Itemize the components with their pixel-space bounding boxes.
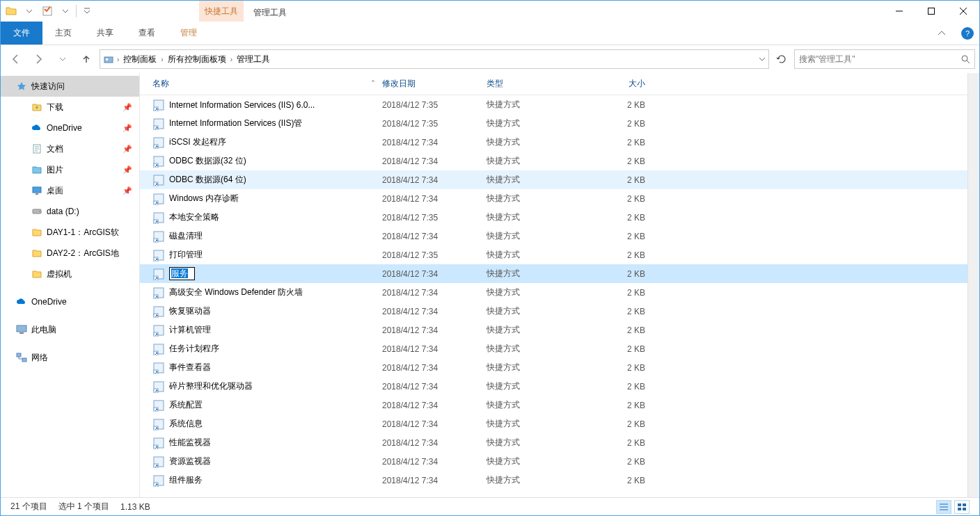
file-list: Internet Information Services (IIS) 6.0.… (140, 95, 967, 497)
svg-rect-11 (19, 332, 24, 334)
down-arrow-icon[interactable] (58, 3, 73, 19)
sidebar-item[interactable]: 文档📌 (1, 138, 139, 159)
file-size: 2 KB (591, 119, 648, 129)
sidebar-item[interactable]: DAY2-2：ArcGIS地 (1, 243, 139, 264)
rename-input[interactable]: 服务 (169, 267, 195, 280)
maximize-button[interactable] (915, 1, 947, 22)
file-name: 资源监视器 (169, 455, 211, 467)
file-row[interactable]: 磁盘清理2018/4/12 7:34快捷方式2 KB (140, 227, 967, 245)
vertical-scrollbar[interactable] (967, 73, 979, 497)
pc-icon (16, 324, 27, 335)
sidebar-item[interactable]: data (D:) (1, 201, 139, 222)
sidebar-item[interactable]: 桌面📌 (1, 180, 139, 201)
file-row[interactable]: ODBC 数据源(64 位)2018/4/12 7:34快捷方式2 KB (140, 170, 967, 189)
sidebar-item[interactable]: 图片📌 (1, 159, 139, 180)
tab-share[interactable]: 共享 (84, 22, 126, 45)
pin-icon: 📌 (122, 124, 132, 133)
folder-icon (31, 143, 42, 154)
chevron-right-icon[interactable]: › (230, 56, 232, 63)
file-row[interactable]: 高级安全 Windows Defender 防火墙2018/4/12 7:34快… (140, 283, 967, 302)
sidebar-quick-access[interactable]: 快速访问 (1, 76, 139, 97)
sidebar-network[interactable]: 网络 (1, 347, 139, 368)
address-bar[interactable]: › 控制面板 › 所有控制面板项 › 管理工具 (100, 49, 769, 69)
file-row[interactable]: 资源监视器2018/4/12 7:34快捷方式2 KB (140, 452, 967, 471)
sidebar-this-pc[interactable]: 此电脑 (1, 319, 139, 340)
column-date[interactable]: 修改日期 (382, 78, 487, 90)
tab-manage[interactable]: 管理 (168, 22, 210, 45)
sidebar-item[interactable]: DAY1-1：ArcGIS软 (1, 222, 139, 243)
qat-dropdown-icon[interactable] (79, 3, 95, 19)
breadcrumb-item[interactable]: 管理工具 (235, 54, 271, 65)
sidebar-onedrive[interactable]: OneDrive (1, 291, 139, 312)
quick-access-toolbar (1, 3, 95, 19)
file-row[interactable]: 碎片整理和优化驱动器2018/4/12 7:34快捷方式2 KB (140, 377, 967, 396)
folder-icon (31, 206, 42, 217)
sidebar-item[interactable]: 虚拟机 (1, 264, 139, 284)
sidebar-item-label: 下载 (47, 102, 63, 113)
file-date: 2018/4/12 7:34 (382, 438, 487, 448)
file-size: 2 KB (591, 156, 648, 166)
refresh-button[interactable] (772, 49, 791, 69)
file-row[interactable]: ODBC 数据源(32 位)2018/4/12 7:34快捷方式2 KB (140, 152, 967, 170)
status-selection: 选中 1 个项目 (58, 501, 109, 513)
back-button[interactable] (5, 49, 26, 69)
sidebar-item-label: DAY1-1：ArcGIS软 (47, 227, 119, 239)
recent-locations-icon[interactable] (52, 49, 73, 69)
file-date: 2018/4/12 7:34 (382, 382, 487, 392)
tab-view[interactable]: 查看 (126, 22, 168, 45)
file-row[interactable]: Internet Information Services (IIS) 6.0.… (140, 95, 967, 114)
file-row[interactable]: 系统配置2018/4/12 7:34快捷方式2 KB (140, 396, 967, 414)
down-arrow-icon[interactable] (22, 3, 37, 19)
up-button[interactable] (76, 49, 97, 69)
breadcrumb-item[interactable]: 所有控制面板项 (166, 54, 228, 65)
file-row[interactable]: Windows 内存诊断2018/4/12 7:34快捷方式2 KB (140, 189, 967, 208)
column-name[interactable]: 名称˄ (152, 78, 382, 90)
view-large-icons-button[interactable] (954, 500, 970, 514)
forward-button[interactable] (29, 49, 49, 69)
chevron-right-icon[interactable]: › (161, 56, 163, 63)
chevron-right-icon[interactable]: › (117, 56, 119, 63)
properties-icon[interactable] (40, 3, 55, 19)
file-row[interactable]: 本地安全策略2018/4/12 7:35快捷方式2 KB (140, 208, 967, 227)
ribbon-collapse-icon[interactable] (932, 22, 951, 45)
view-details-button[interactable] (936, 500, 951, 514)
minimize-button[interactable] (883, 1, 915, 22)
file-type: 快捷方式 (487, 324, 591, 336)
file-row[interactable]: Internet Information Services (IIS)管2018… (140, 114, 967, 133)
file-row[interactable]: iSCSI 发起程序2018/4/12 7:34快捷方式2 KB (140, 133, 967, 152)
file-row[interactable]: 恢复驱动器2018/4/12 7:34快捷方式2 KB (140, 302, 967, 321)
network-icon (16, 352, 27, 363)
file-row[interactable]: 打印管理2018/4/12 7:35快捷方式2 KB (140, 245, 967, 264)
file-size: 2 KB (591, 269, 648, 279)
search-box[interactable] (794, 49, 975, 69)
file-row[interactable]: 性能监视器2018/4/12 7:34快捷方式2 KB (140, 433, 967, 452)
sidebar-item[interactable]: 下载📌 (1, 97, 139, 118)
sidebar-item-label: data (D:) (47, 207, 79, 216)
file-row[interactable]: 任务计划程序2018/4/12 7:34快捷方式2 KB (140, 339, 967, 358)
ribbon: 文件 主页 共享 查看 管理 ? (1, 22, 979, 45)
address-dropdown-icon[interactable] (759, 56, 766, 63)
file-row[interactable]: 服务 2018/4/12 7:34快捷方式2 KB (140, 264, 967, 283)
pin-icon: 📌 (122, 186, 132, 195)
shortcut-icon (152, 99, 165, 111)
close-button[interactable] (947, 1, 979, 22)
folder-icon[interactable] (3, 3, 19, 19)
file-row[interactable]: 事件查看器2018/4/12 7:34快捷方式2 KB (140, 358, 967, 377)
sidebar-item[interactable]: OneDrive📌 (1, 118, 139, 138)
help-button[interactable]: ? (951, 22, 979, 45)
file-tab[interactable]: 文件 (1, 22, 42, 45)
search-input[interactable] (799, 54, 961, 64)
file-row[interactable]: 组件服务2018/4/12 7:34快捷方式2 KB (140, 471, 967, 490)
sort-indicator-icon: ˄ (371, 79, 375, 89)
breadcrumb-item[interactable]: 控制面板 (122, 54, 158, 65)
file-size: 2 KB (591, 250, 648, 260)
location-icon (103, 54, 114, 65)
sidebar-item-label: 此电脑 (31, 324, 56, 336)
search-icon[interactable] (961, 54, 970, 64)
tab-home[interactable]: 主页 (42, 22, 84, 45)
column-size[interactable]: 大小 (591, 78, 648, 90)
file-row[interactable]: 计算机管理2018/4/12 7:34快捷方式2 KB (140, 321, 967, 339)
svg-point-4 (962, 56, 967, 61)
file-row[interactable]: 系统信息2018/4/12 7:34快捷方式2 KB (140, 414, 967, 433)
column-type[interactable]: 类型 (487, 78, 591, 90)
